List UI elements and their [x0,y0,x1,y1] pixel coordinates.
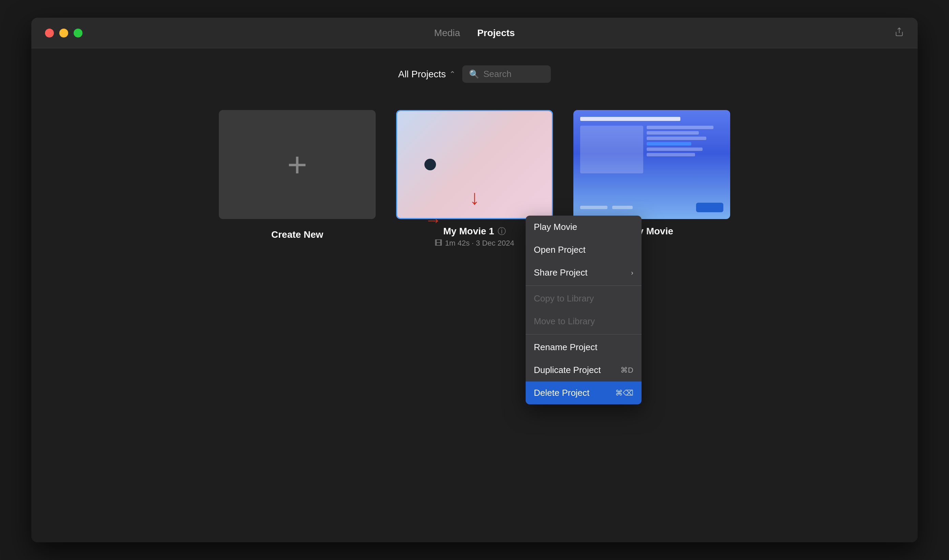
pointer-arrow-icon: → [425,210,442,230]
my-movie-1-card[interactable]: ↓ My Movie 1 ⓘ 🎞 1m 42s · 3 Dec 2024 [396,110,553,248]
plus-icon: + [287,148,307,182]
search-icon: 🔍 [469,69,479,79]
title-bar: Media Projects [31,18,918,48]
all-projects-label: All Projects [398,69,446,80]
all-projects-button[interactable]: All Projects ⌃ [398,69,455,80]
search-bar: 🔍 [462,65,551,83]
main-content: All Projects ⌃ 🔍 + Create New [31,48,918,542]
projects-grid: + Create New ↓ My Movie 1 ⓘ [219,110,730,248]
copy-to-library-label: Copy to Library [534,293,594,304]
my-movie-1-title: My Movie 1 [443,226,494,237]
create-new-card[interactable]: + Create New [219,110,376,240]
menu-separator-1 [526,285,642,286]
film-icon: 🎞 [435,239,442,248]
traffic-lights [45,29,82,37]
rename-project-label: Rename Project [534,342,597,352]
delete-project-label: Delete Project [534,388,589,398]
menu-item-play-movie[interactable]: Play Movie [526,215,642,238]
menu-item-delete-project[interactable]: Delete Project ⌘⌫ [526,382,642,404]
app-window: Media Projects All Projects ⌃ 🔍 [31,18,918,542]
tab-media[interactable]: Media [434,25,460,41]
maximize-button[interactable] [74,29,82,37]
toolbar: All Projects ⌃ 🔍 [398,65,551,83]
movie-dot [424,159,436,170]
duplicate-project-label: Duplicate Project [534,365,601,375]
minimize-button[interactable] [59,29,68,37]
my-movie-1-subtitle: 🎞 1m 42s · 3 Dec 2024 [435,239,514,248]
close-button[interactable] [45,29,54,37]
menu-item-rename-project[interactable]: Rename Project [526,336,642,359]
share-project-label: Share Project [534,268,588,278]
share-button[interactable] [895,27,904,39]
create-new-label: Create New [272,229,324,240]
search-input[interactable] [483,69,544,79]
movie-2-preview [573,110,730,219]
menu-item-copy-to-library: Copy to Library [526,287,642,310]
submenu-arrow-icon: › [631,269,633,277]
open-project-label: Open Project [534,245,586,255]
menu-item-open-project[interactable]: Open Project [526,238,642,261]
play-movie-label: Play Movie [534,222,577,232]
delete-shortcut: ⌘⌫ [615,389,633,397]
arrow-down-icon: ↓ [469,187,480,208]
create-new-thumbnail: + [219,110,376,219]
move-to-library-label: Move to Library [534,316,595,327]
info-icon: ⓘ [498,226,506,237]
chevron-down-icon: ⌃ [449,70,455,79]
my-movie-1-thumbnail: ↓ [396,110,553,219]
title-tabs: Media Projects [434,25,515,41]
my-movie-1-meta: My Movie 1 ⓘ 🎞 1m 42s · 3 Dec 2024 [435,226,514,248]
title-row: My Movie 1 ⓘ [435,226,514,237]
menu-item-move-to-library: Move to Library [526,310,642,333]
duplicate-shortcut: ⌘D [620,366,633,375]
tab-projects[interactable]: Projects [477,25,515,41]
menu-item-duplicate-project[interactable]: Duplicate Project ⌘D [526,359,642,382]
context-menu: Play Movie Open Project Share Project › … [526,215,642,404]
menu-item-share-project[interactable]: Share Project › [526,261,642,284]
my-movie-thumbnail [573,110,730,219]
gradient-background: ↓ [397,111,552,218]
